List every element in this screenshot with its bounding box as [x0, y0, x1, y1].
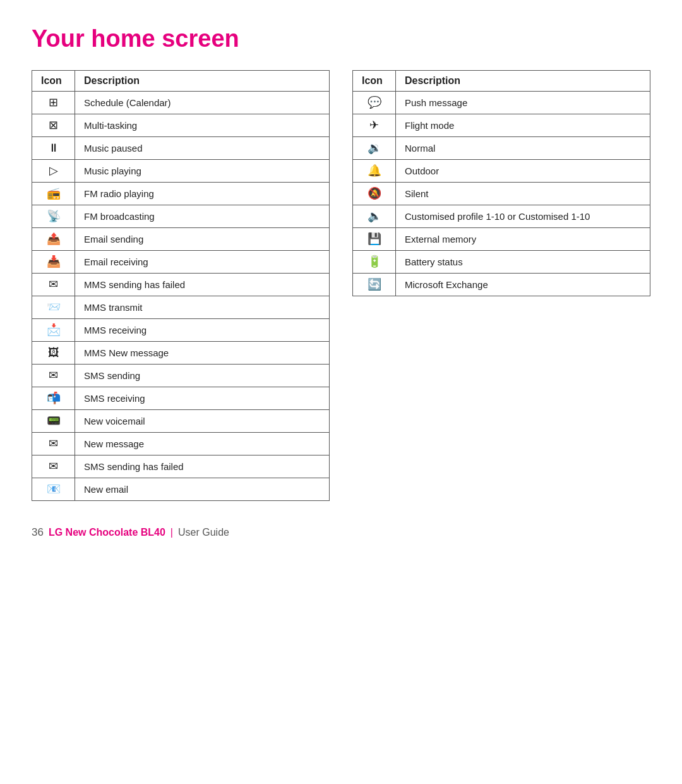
right-table-description: Customised profile 1-10 or Customised 1-… — [396, 205, 650, 228]
sms-receive-icon: 📬 — [32, 387, 75, 410]
voicemail-icon: 📟 — [32, 410, 75, 433]
right-table-row: 🔉Normal — [353, 137, 650, 160]
right-table-icon-header: Icon — [353, 71, 396, 92]
left-table-description: Email receiving — [75, 251, 330, 274]
left-table-description: SMS sending — [75, 365, 330, 387]
calendar-icon: ⊞ — [32, 92, 75, 114]
left-table-description: Email sending — [75, 228, 330, 251]
left-table-desc-header: Description — [75, 71, 330, 92]
left-table-description: MMS New message — [75, 342, 330, 365]
page-title: Your home screen — [32, 25, 650, 52]
right-table-description: Microsoft Exchange — [396, 274, 650, 296]
guide-label: User Guide — [178, 527, 229, 538]
right-table-description: Normal — [396, 137, 650, 160]
silent-icon: 🔕 — [353, 183, 396, 205]
sms-fail-icon: ✉ — [32, 455, 75, 478]
music-pause-icon: ⏸ — [32, 137, 75, 160]
left-table-row: ✉SMS sending has failed — [32, 455, 330, 478]
mms-new-icon: 🖼 — [32, 342, 75, 365]
left-table-description: Music playing — [75, 160, 330, 183]
left-table-row: 📻FM radio playing — [32, 183, 330, 205]
right-table-row: 🔔Outdoor — [353, 160, 650, 183]
left-table-description: MMS transmit — [75, 296, 330, 319]
right-table-row: ✈Flight mode — [353, 114, 650, 137]
right-table-row: 💾External memory — [353, 228, 650, 251]
left-table-row: 📧New email — [32, 478, 330, 501]
page-number: 36 — [32, 526, 44, 539]
mms-fail-icon: ✉ — [32, 274, 75, 296]
right-table-row: 🔋Battery status — [353, 251, 650, 274]
left-table: Icon Description ⊞Schedule (Calendar)⊠Mu… — [32, 70, 330, 501]
left-table-row: ▷Music playing — [32, 160, 330, 183]
fm-broadcast-icon: 📡 — [32, 205, 75, 228]
exchange-icon: 🔄 — [353, 274, 396, 296]
left-table-description: Multi-tasking — [75, 114, 330, 137]
push-message-icon: 💬 — [353, 92, 396, 114]
left-table-row: ✉New message — [32, 433, 330, 455]
footer: 36 LG New Chocolate BL40 | User Guide — [32, 526, 650, 539]
right-table-description: External memory — [396, 228, 650, 251]
left-table-row: ⊞Schedule (Calendar) — [32, 92, 330, 114]
email-receive-icon: 📥 — [32, 251, 75, 274]
left-table-description: FM broadcasting — [75, 205, 330, 228]
right-table: Icon Description 💬Push message✈Flight mo… — [352, 70, 650, 296]
right-table-description: Outdoor — [396, 160, 650, 183]
new-email-icon: 📧 — [32, 478, 75, 501]
battery-status-icon: 🔋 — [353, 251, 396, 274]
left-table-description: Schedule (Calendar) — [75, 92, 330, 114]
external-memory-icon: 💾 — [353, 228, 396, 251]
left-table-row: 📩MMS receiving — [32, 319, 330, 342]
footer-separator: | — [170, 527, 173, 538]
right-table-description: Battery status — [396, 251, 650, 274]
left-table-description: MMS receiving — [75, 319, 330, 342]
normal-icon: 🔉 — [353, 137, 396, 160]
flight-mode-icon: ✈ — [353, 114, 396, 137]
multitask-icon: ⊠ — [32, 114, 75, 137]
right-table-row: 🔈Customised profile 1-10 or Customised 1… — [353, 205, 650, 228]
right-table-description: Silent — [396, 183, 650, 205]
left-table-description: FM radio playing — [75, 183, 330, 205]
email-send-icon: 📤 — [32, 228, 75, 251]
left-table-icon-header: Icon — [32, 71, 75, 92]
left-table-description: Music paused — [75, 137, 330, 160]
left-table-description: New message — [75, 433, 330, 455]
brand-name: LG New Chocolate BL40 — [49, 527, 165, 538]
mms-transmit-icon: 📨 — [32, 296, 75, 319]
left-table-row: 📤Email sending — [32, 228, 330, 251]
fm-radio-icon: 📻 — [32, 183, 75, 205]
right-table-row: 🔄Microsoft Exchange — [353, 274, 650, 296]
right-table-desc-header: Description — [396, 71, 650, 92]
tables-container: Icon Description ⊞Schedule (Calendar)⊠Mu… — [32, 70, 650, 501]
left-table-row: 📟New voicemail — [32, 410, 330, 433]
music-play-icon: ▷ — [32, 160, 75, 183]
right-table-row: 💬Push message — [353, 92, 650, 114]
left-table-description: MMS sending has failed — [75, 274, 330, 296]
left-table-row: ✉SMS sending — [32, 365, 330, 387]
right-table-row: 🔕Silent — [353, 183, 650, 205]
right-table-description: Flight mode — [396, 114, 650, 137]
mms-receive-icon: 📩 — [32, 319, 75, 342]
left-table-description: New voicemail — [75, 410, 330, 433]
left-table-row: 📬SMS receiving — [32, 387, 330, 410]
outdoor-icon: 🔔 — [353, 160, 396, 183]
left-table-row: 📥Email receiving — [32, 251, 330, 274]
left-table-description: SMS sending has failed — [75, 455, 330, 478]
left-table-row: ✉MMS sending has failed — [32, 274, 330, 296]
left-table-row: 🖼MMS New message — [32, 342, 330, 365]
left-table-row: ⊠Multi-tasking — [32, 114, 330, 137]
left-table-row: 📨MMS transmit — [32, 296, 330, 319]
left-table-row: 📡FM broadcasting — [32, 205, 330, 228]
custom-profile-icon: 🔈 — [353, 205, 396, 228]
left-table-description: New email — [75, 478, 330, 501]
sms-send-icon: ✉ — [32, 365, 75, 387]
left-table-row: ⏸Music paused — [32, 137, 330, 160]
new-message-icon: ✉ — [32, 433, 75, 455]
left-table-description: SMS receiving — [75, 387, 330, 410]
right-table-description: Push message — [396, 92, 650, 114]
